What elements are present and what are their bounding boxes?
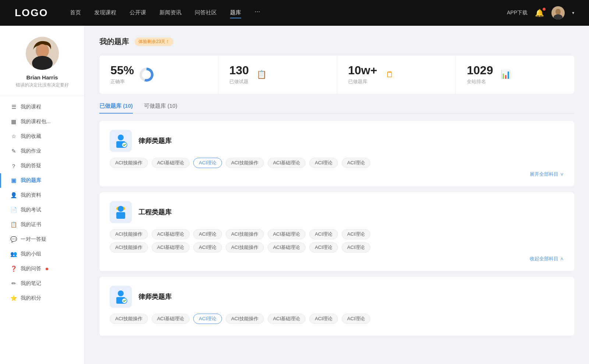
qbank-lawyer-2-tags: ACI技能操作 ACI基础理论 ACI理论 ACI技能操作 ACI基础理论 AC… — [110, 314, 564, 324]
sidebar-item-points[interactable]: ⭐ 我的积分 — [0, 291, 84, 306]
sidebar-item-exam[interactable]: 📄 我的考试 — [0, 203, 84, 217]
qbank-lawyer-2-title: 律师类题库 — [138, 292, 172, 301]
user-profile: Brian Harris 错误的决定比没有决定要好 — [0, 37, 84, 96]
sidebar-item-qbank[interactable]: ▣ 我的题库 — [0, 173, 84, 188]
stat-banks-done: 10w+ 已做题库 🗒 — [337, 56, 456, 94]
tag-item[interactable]: ACI技能操作 — [110, 314, 148, 324]
nav-more[interactable]: ··· — [254, 8, 260, 18]
homework-icon: ✎ — [10, 148, 17, 154]
qbank-engineer-icon — [110, 201, 132, 223]
sidebar-item-certificate[interactable]: 📋 我的证书 — [0, 217, 84, 232]
qbank-engineer-tags-row2: ACI技能操作 ACI基础理论 ACI理论 ACI技能操作 ACI基础理论 AC… — [110, 242, 564, 253]
svg-point-1 — [556, 9, 561, 15]
sidebar-item-favorites[interactable]: ☆ 我的收藏 — [0, 129, 84, 144]
stat-questions-done: 130 已做试题 📋 — [218, 56, 337, 94]
qbank-icon: ▣ — [10, 177, 17, 184]
tag-item[interactable]: ACI理论 — [342, 242, 370, 253]
notification-badge — [543, 8, 546, 11]
tag-item[interactable]: ACI基础理论 — [268, 158, 306, 168]
app-download-button[interactable]: APP下载 — [507, 10, 528, 16]
tag-item-active[interactable]: ACI理论 — [193, 314, 222, 324]
accuracy-icon — [139, 67, 154, 82]
tag-item[interactable]: ACI基础理论 — [152, 314, 190, 324]
page-container: Brian Harris 错误的决定比没有决定要好 ☰ 我的课程 ▦ 我的课程包… — [0, 26, 589, 364]
collapse-link-engineer[interactable]: 收起全部科目 ∧ — [110, 256, 564, 262]
qbank-lawyer-1-title: 律师类题库 — [138, 136, 172, 145]
courses-icon: ☰ — [10, 104, 17, 110]
tab-available[interactable]: 可做题库 (10) — [144, 103, 177, 113]
tab-bar: 已做题库 (10) 可做题库 (10) — [99, 103, 574, 114]
tag-item[interactable]: ACI技能操作 — [110, 158, 148, 168]
tag-item[interactable]: ACI技能操作 — [110, 229, 148, 239]
notes-icon: ✏ — [10, 280, 17, 287]
tag-item[interactable]: ACI技能操作 — [226, 314, 264, 324]
sidebar-item-notes[interactable]: ✏ 我的笔记 — [0, 276, 84, 291]
tag-item[interactable]: ACI理论 — [342, 158, 370, 168]
logo: LOGO — [15, 7, 48, 19]
sidebar-item-tutoring[interactable]: 💬 一对一答疑 — [0, 232, 84, 247]
favorites-icon: ☆ — [10, 133, 17, 140]
tag-item[interactable]: ACI理论 — [342, 314, 370, 324]
tag-item[interactable]: ACI基础理论 — [268, 229, 306, 239]
qbank-card-engineer: 工程类题库 ACI技能操作 ACI基础理论 ACI理论 ACI技能操作 ACI基… — [99, 192, 574, 271]
tag-item[interactable]: ACI技能操作 — [226, 229, 264, 239]
tutoring-icon: 💬 — [10, 236, 17, 243]
tag-item[interactable]: ACI理论 — [309, 229, 338, 239]
qbank-lawyer-2-icon — [110, 286, 132, 308]
page-header: 我的题库 体验剩余23天！ — [99, 37, 574, 47]
sidebar-item-my-qa[interactable]: ❓ 我的问答 — [0, 261, 84, 276]
sidebar-item-qa[interactable]: ? 我的答疑 — [0, 158, 84, 173]
tag-item[interactable]: ACI理论 — [193, 229, 222, 239]
tag-item[interactable]: ACI理论 — [342, 229, 370, 239]
groups-icon: 👥 — [10, 251, 17, 257]
qbank-engineer-tags-row1: ACI技能操作 ACI基础理论 ACI理论 ACI技能操作 ACI基础理论 AC… — [110, 229, 564, 239]
tag-item[interactable]: ACI技能操作 — [226, 242, 264, 253]
tag-item[interactable]: ACI理论 — [309, 158, 338, 168]
tag-item[interactable]: ACI技能操作 — [226, 158, 264, 168]
certificate-icon: 📋 — [10, 221, 17, 228]
avatar — [26, 37, 59, 70]
nav-qa[interactable]: 问答社区 — [195, 8, 217, 18]
user-avatar-nav[interactable] — [551, 6, 565, 19]
nav-discover[interactable]: 发现课程 — [94, 8, 116, 18]
tag-item[interactable]: ACI技能操作 — [110, 242, 148, 253]
expand-link-lawyer-1[interactable]: 展开全部科目 ∨ — [110, 171, 564, 178]
svg-rect-13 — [116, 212, 125, 219]
tag-item[interactable]: ACI基础理论 — [152, 229, 190, 239]
sidebar-item-homework[interactable]: ✎ 我的作业 — [0, 144, 84, 158]
my-qa-icon: ❓ — [10, 265, 17, 272]
qbank-card-lawyer-1: 律师类题库 ACI技能操作 ACI基础理论 ACI理论 ACI技能操作 ACI基… — [99, 121, 574, 186]
stat-accuracy: 55% 正确率 — [99, 56, 218, 94]
tag-item[interactable]: ACI基础理论 — [152, 158, 190, 168]
svg-point-12 — [118, 206, 124, 212]
navbar-right: APP下载 🔔 ▾ — [507, 6, 574, 19]
nav-menu: 首页 发现课程 公开课 新闻资讯 问答社区 题库 ··· — [70, 8, 507, 18]
sidebar-item-profile[interactable]: 👤 我的资料 — [0, 188, 84, 203]
sidebar-item-course-packages[interactable]: ▦ 我的课程包... — [0, 114, 84, 129]
tag-item[interactable]: ACI理论 — [309, 242, 338, 253]
points-icon: ⭐ — [10, 295, 17, 301]
tag-item[interactable]: ACI基础理论 — [268, 242, 306, 253]
user-dropdown-arrow[interactable]: ▾ — [572, 10, 574, 15]
stats-row: 55% 正确率 130 已做试题 📋 — [99, 56, 574, 94]
nav-home[interactable]: 首页 — [70, 8, 81, 18]
notification-bell[interactable]: 🔔 — [535, 8, 544, 17]
nav-news[interactable]: 新闻资讯 — [159, 8, 181, 18]
stat-banks-done-label: 已做题库 — [348, 78, 377, 85]
nav-qbank[interactable]: 题库 — [230, 8, 241, 18]
tag-item-active[interactable]: ACI理论 — [193, 158, 222, 168]
qbank-lawyer-1-tags: ACI技能操作 ACI基础理论 ACI理论 ACI技能操作 ACI基础理论 AC… — [110, 158, 564, 168]
stat-questions-done-number: 130 — [229, 64, 249, 76]
tag-item[interactable]: ACI基础理论 — [152, 242, 190, 253]
tab-done[interactable]: 已做题库 (10) — [99, 103, 133, 113]
tag-item[interactable]: ACI理论 — [193, 242, 222, 253]
packages-icon: ▦ — [10, 118, 17, 125]
tag-item[interactable]: ACI基础理论 — [268, 314, 306, 324]
sidebar: Brian Harris 错误的决定比没有决定要好 ☰ 我的课程 ▦ 我的课程包… — [0, 26, 85, 364]
sidebar-item-my-courses[interactable]: ☰ 我的课程 — [0, 100, 84, 114]
tag-item[interactable]: ACI理论 — [309, 314, 338, 324]
stat-rank-label: 全站排名 — [467, 78, 493, 85]
sidebar-item-groups[interactable]: 👥 我的小组 — [0, 247, 84, 261]
nav-open-course[interactable]: 公开课 — [130, 8, 146, 18]
trial-badge: 体验剩余23天！ — [135, 38, 173, 46]
